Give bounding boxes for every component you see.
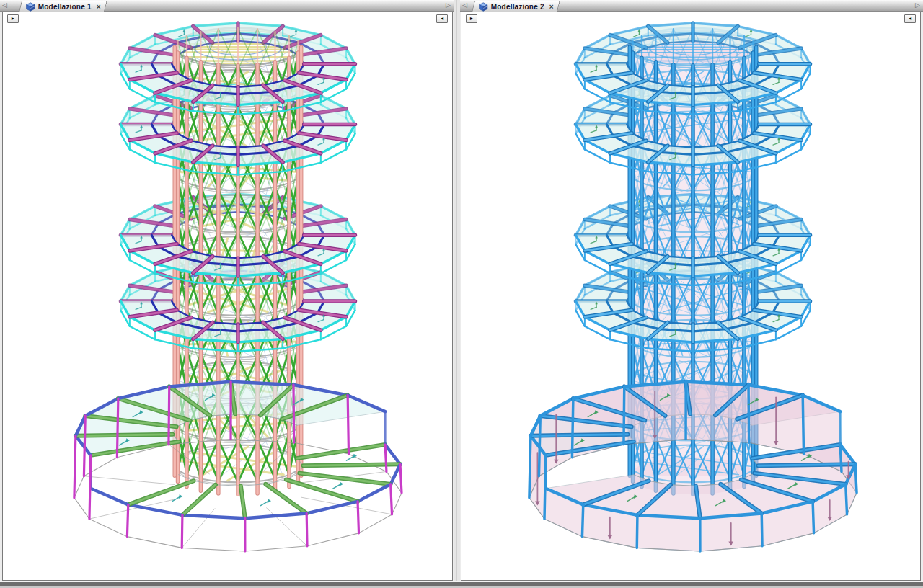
model-cube-icon — [26, 2, 35, 12]
tab-scroll-left-button[interactable]: ◁ — [2, 1, 7, 10]
tab-bar: ◁ Modellazione 1 × ▷ — [0, 0, 454, 12]
tab-scroll-right-button[interactable]: ▷ — [446, 1, 451, 10]
model-cube-icon — [479, 2, 488, 12]
expand-view-left-button[interactable]: ► — [466, 14, 477, 23]
window-bottom-frame — [0, 581, 923, 588]
tab-modellazione-2[interactable]: Modellazione 2 × — [472, 1, 560, 12]
tab-label: Modellazione 1 — [38, 3, 92, 11]
expand-view-right-button[interactable]: ◄ — [436, 14, 448, 23]
viewport-modellazione-2[interactable]: ► ◄ — [461, 12, 921, 581]
viewport-modellazione-1[interactable]: ► ◄ — [2, 12, 453, 581]
tab-close-button[interactable]: × — [549, 3, 554, 11]
tab-label: Modellazione 2 — [491, 3, 544, 11]
tower-model-1-3d-view — [3, 12, 452, 580]
application-window: ◁ Modellazione 1 × ▷ ► ◄ ◁ — [0, 0, 923, 588]
tower-model-2-3d-view — [462, 12, 920, 580]
tab-close-button[interactable]: × — [97, 3, 101, 11]
tab-scroll-right-button[interactable]: ▷ — [915, 1, 920, 10]
expand-view-right-button[interactable]: ◄ — [904, 14, 916, 23]
panel-modellazione-1: ◁ Modellazione 1 × ▷ ► ◄ — [0, 0, 454, 581]
panel-splitter[interactable] — [454, 0, 460, 588]
tab-bar: ◁ Modellazione 2 × ▷ — [460, 0, 923, 12]
tab-scroll-left-button[interactable]: ◁ — [462, 1, 467, 10]
tab-modellazione-1[interactable]: Modellazione 1 × — [19, 1, 107, 12]
panel-modellazione-2: ◁ Modellazione 2 × ▷ ► ◄ — [460, 0, 923, 581]
expand-view-left-button[interactable]: ► — [7, 14, 19, 23]
